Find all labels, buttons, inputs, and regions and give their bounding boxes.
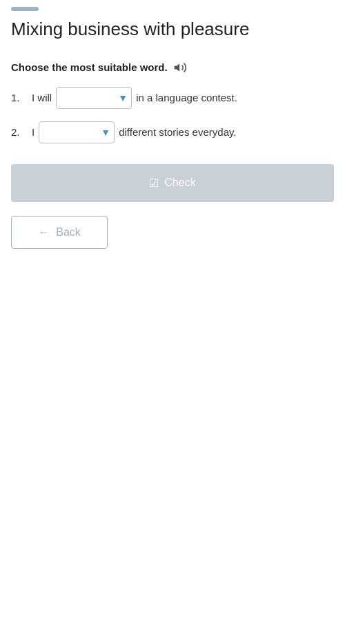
question-2-suffix: different stories everyday. — [119, 126, 236, 138]
question-2-dropdown-wrapper: read write tell ▼ — [39, 121, 115, 143]
question-1-dropdown-wrapper: compete participate join ▼ — [56, 87, 132, 109]
question-1-number: 1. — [11, 92, 28, 103]
questions-area: 1. I will compete participate join ▼ in … — [11, 87, 334, 143]
sound-icon[interactable] — [173, 61, 187, 74]
back-button[interactable]: ← Back — [11, 216, 108, 249]
page-container: Mixing business with pleasure Choose the… — [0, 0, 345, 263]
question-2-select[interactable]: read write tell — [39, 121, 115, 143]
question-1-suffix: in a language contest. — [136, 92, 237, 103]
page-title: Mixing business with pleasure — [11, 18, 334, 41]
question-2-prefix: I — [32, 126, 34, 138]
instruction-label: Choose the most suitable word. — [11, 61, 168, 73]
question-row-1: 1. I will compete participate join ▼ in … — [11, 87, 334, 109]
question-row-2: 2. I read write tell ▼ different stories… — [11, 121, 334, 143]
instruction-row: Choose the most suitable word. — [11, 61, 334, 74]
back-arrow-icon: ← — [38, 226, 49, 239]
question-2-number: 2. — [11, 126, 28, 138]
check-button-label: Check — [164, 177, 195, 189]
question-1-select[interactable]: compete participate join — [56, 87, 132, 109]
check-button[interactable]: ☑ Check — [11, 164, 334, 202]
top-accent-bar — [11, 7, 39, 11]
back-button-label: Back — [56, 226, 81, 239]
question-1-prefix: I will — [32, 92, 52, 103]
check-icon: ☑ — [149, 177, 159, 190]
svg-marker-0 — [174, 63, 179, 72]
